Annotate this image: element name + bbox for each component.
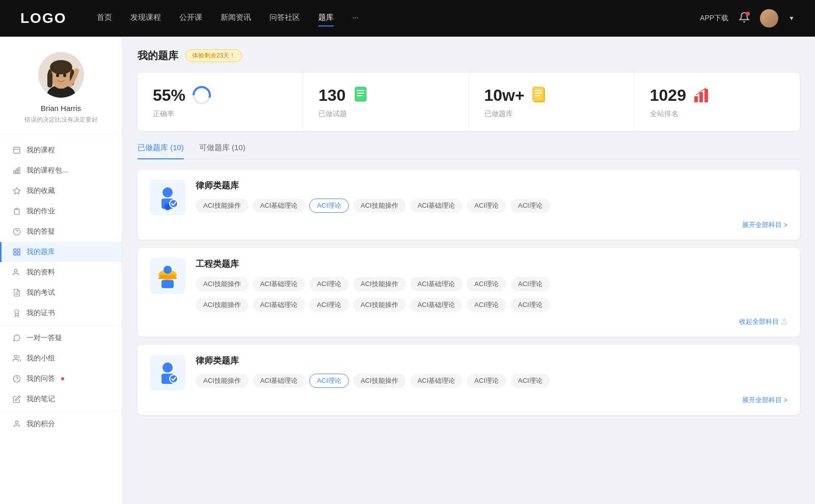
svg-rect-23 xyxy=(17,253,20,255)
tag-3-0[interactable]: ACI技能操作 xyxy=(196,374,249,388)
users-icon xyxy=(12,268,21,277)
tabs: 已做题库 (10) 可做题库 (10) xyxy=(138,143,800,159)
tag-1-3[interactable]: ACI技能操作 xyxy=(353,199,406,213)
tag-3-5[interactable]: ACI理论 xyxy=(467,374,506,388)
page-title: 我的题库 xyxy=(138,49,178,63)
tag-2-r1-4[interactable]: ACI基础理论 xyxy=(410,277,463,291)
sidebar-item-one-on-one[interactable]: 一对一答疑 xyxy=(0,328,122,348)
sidebar-item-favorites[interactable]: 我的收藏 xyxy=(0,181,122,201)
avatar-image xyxy=(760,9,778,27)
nav-link-more[interactable]: ··· xyxy=(352,13,359,24)
tag-2-r1-1[interactable]: ACI基础理论 xyxy=(253,277,306,291)
stat-label-banks: 已做题库 xyxy=(484,109,619,119)
sidebar-item-course-packages[interactable]: 我的课程包... xyxy=(0,160,122,181)
doc-yellow-icon xyxy=(531,85,551,105)
tag-2-r1-6[interactable]: ACI理论 xyxy=(510,277,550,291)
sidebar-item-question-bank[interactable]: 我的题库 xyxy=(0,242,122,262)
notification-bell[interactable] xyxy=(739,12,750,25)
tag-3-3[interactable]: ACI技能操作 xyxy=(353,374,406,388)
tag-3-2[interactable]: ACI理论 xyxy=(309,374,349,388)
svg-rect-43 xyxy=(533,87,544,101)
tag-1-1[interactable]: ACI基础理论 xyxy=(253,199,306,213)
stat-value-accuracy: 55% xyxy=(153,86,185,105)
bank-tags-2-row1: ACI技能操作 ACI基础理论 ACI理论 ACI技能操作 ACI基础理论 AC… xyxy=(196,277,787,291)
lawyer-icon-1 xyxy=(150,180,185,215)
nav-link-news[interactable]: 新闻资讯 xyxy=(221,13,251,24)
expand-link-1[interactable]: 展开全部科目 > xyxy=(742,220,787,230)
svg-rect-20 xyxy=(14,249,16,251)
tab-done-banks[interactable]: 已做题库 (10) xyxy=(138,143,184,159)
nav-link-discover[interactable]: 发现课程 xyxy=(130,13,161,24)
avatar[interactable] xyxy=(760,9,778,27)
svg-rect-47 xyxy=(694,96,698,102)
tag-2-r2-2[interactable]: ACI理论 xyxy=(309,298,349,312)
file-text-icon xyxy=(12,288,21,297)
file-icon xyxy=(12,146,21,155)
tag-3-4[interactable]: ACI基础理论 xyxy=(410,374,463,388)
stat-label-ranking: 全站排名 xyxy=(650,109,784,119)
nav-link-home[interactable]: 首页 xyxy=(97,13,112,24)
tag-1-0[interactable]: ACI技能操作 xyxy=(196,199,249,213)
tag-2-r1-2[interactable]: ACI理论 xyxy=(309,277,349,291)
sidebar-item-notes[interactable]: 我的笔记 xyxy=(0,389,122,409)
tag-1-4[interactable]: ACI基础理论 xyxy=(410,199,463,213)
tag-1-5[interactable]: ACI理论 xyxy=(467,199,506,213)
qa-dot xyxy=(61,377,64,380)
tag-2-r2-6[interactable]: ACI理论 xyxy=(510,298,550,312)
sidebar-item-my-courses[interactable]: 我的课程 xyxy=(0,140,122,160)
sidebar-item-questions[interactable]: 我的答疑 xyxy=(0,221,122,242)
tag-2-r2-0[interactable]: ACI技能操作 xyxy=(196,298,249,312)
tag-2-r1-3[interactable]: ACI技能操作 xyxy=(353,277,406,291)
tag-2-r2-1[interactable]: ACI基础理论 xyxy=(253,298,306,312)
svg-point-31 xyxy=(15,421,18,424)
bank-card-header-3: 律师类题库 ACI技能操作 ACI基础理论 ACI理论 ACI技能操作 ACI基… xyxy=(150,355,787,390)
sidebar-item-homework[interactable]: 我的作业 xyxy=(0,201,122,221)
svg-rect-49 xyxy=(704,89,708,102)
stat-card-done-questions: 130 已做试题 xyxy=(303,73,469,131)
tag-2-r2-4[interactable]: ACI基础理论 xyxy=(410,298,463,312)
nav-link-question[interactable]: 题库 xyxy=(318,13,334,24)
sidebar-profile: Brian Harris 错误的决定比没有决定要好 xyxy=(0,37,122,135)
navbar: LOGO 首页 发现课程 公开课 新闻资讯 问答社区 题库 ··· APP下载 … xyxy=(0,0,815,37)
tag-1-2[interactable]: ACI理论 xyxy=(309,199,349,213)
stat-card-done-banks: 10w+ 已做题库 xyxy=(469,73,635,131)
engineer-icon xyxy=(150,258,185,294)
svg-point-24 xyxy=(14,269,17,272)
bank-footer-3: 展开全部科目 > xyxy=(150,396,787,405)
tag-3-1[interactable]: ACI基础理论 xyxy=(253,374,306,388)
expand-link-3[interactable]: 展开全部科目 > xyxy=(742,396,787,405)
tab-available-banks[interactable]: 可做题库 (10) xyxy=(199,143,246,159)
users-group-icon xyxy=(12,354,21,363)
nav-link-qa[interactable]: 问答社区 xyxy=(269,13,300,24)
sidebar-item-points[interactable]: 我的积分 xyxy=(0,414,122,434)
svg-point-50 xyxy=(162,187,173,198)
nav-link-open[interactable]: 公开课 xyxy=(179,13,202,24)
svg-rect-44 xyxy=(535,90,542,91)
sidebar-item-certificates[interactable]: 我的证书 xyxy=(0,303,122,323)
svg-rect-14 xyxy=(16,169,18,174)
bank-name-2: 工程类题库 xyxy=(196,258,787,270)
page-header: 我的题库 体验剩余23天！ xyxy=(138,49,800,63)
tag-3-6[interactable]: ACI理论 xyxy=(510,374,550,388)
avatar-chevron-icon[interactable]: ▼ xyxy=(789,15,795,22)
tag-2-r2-5[interactable]: ACI理论 xyxy=(467,298,506,312)
tag-1-6[interactable]: ACI理论 xyxy=(510,199,550,213)
sidebar-item-profile[interactable]: 我的资料 xyxy=(0,262,122,283)
bank-info-3: 律师类题库 ACI技能操作 ACI基础理论 ACI理论 ACI技能操作 ACI基… xyxy=(196,355,787,388)
tag-2-r1-0[interactable]: ACI技能操作 xyxy=(196,277,249,291)
sidebar-item-my-qa[interactable]: 我的问答 xyxy=(0,369,122,389)
person-icon xyxy=(12,419,21,429)
tag-2-r1-5[interactable]: ACI理论 xyxy=(467,277,506,291)
bank-info-2: 工程类题库 ACI技能操作 ACI基础理论 ACI理论 ACI技能操作 ACI基… xyxy=(196,258,787,291)
stats-row: 55% 正确率 130 xyxy=(138,73,800,131)
sidebar-item-groups[interactable]: 我的小组 xyxy=(0,348,122,369)
tag-2-r2-3[interactable]: ACI技能操作 xyxy=(353,298,406,312)
stat-card-ranking: 1029 全站排名 xyxy=(635,73,800,131)
app-download-button[interactable]: APP下载 xyxy=(700,14,728,23)
clipboard-icon xyxy=(12,207,21,216)
sidebar-item-exams[interactable]: 我的考试 xyxy=(0,283,122,303)
menu-divider-2 xyxy=(0,411,122,412)
collapse-link-2[interactable]: 收起全部科目 △ xyxy=(739,317,787,326)
grid-icon xyxy=(12,247,21,257)
svg-rect-56 xyxy=(158,277,177,279)
